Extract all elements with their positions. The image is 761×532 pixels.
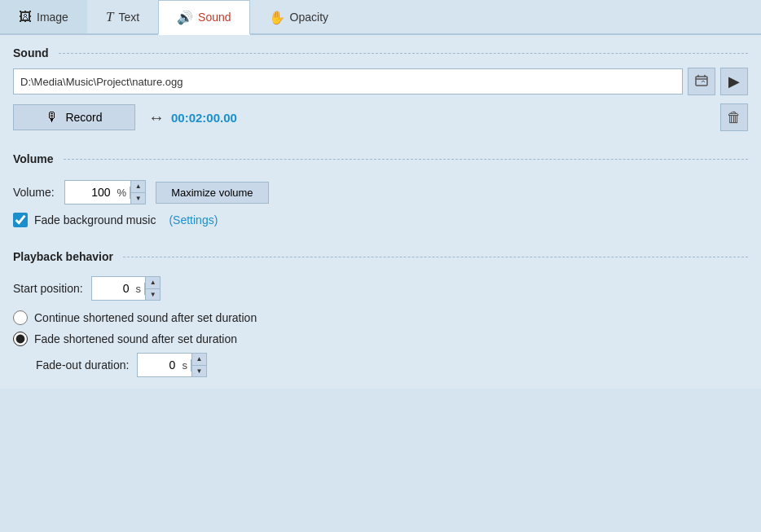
record-label: Record [65,111,102,124]
tab-text[interactable]: T Text [87,0,158,33]
continue-option-row: Continue shortened sound after set durat… [13,310,748,325]
delete-icon: 🗑 [727,109,741,126]
fade-out-unit: s [178,359,191,372]
continue-radio[interactable] [13,310,28,325]
fade-out-label: Fade-out duration: [36,358,129,372]
tab-image-label: Image [37,11,68,24]
volume-row: Volume: % ▲ ▼ Maximize volume [13,180,748,204]
record-row: 🎙 Record ↔ 00:02:00.00 🗑 [13,103,748,131]
settings-link[interactable]: (Settings) [169,213,218,226]
main-content: Sound ▶ 🎙 Record ↔ 00:02:00.00 🗑 [0,35,761,389]
tab-bar: 🖼 Image T Text 🔊 Sound ✋ Opacity [0,0,761,35]
fade-bg-row: Fade background music (Settings) [13,213,748,227]
opacity-icon: ✋ [269,10,285,25]
fade-option-row: Fade shortened sound after set duration [13,332,748,346]
volume-section: Volume Volume: % ▲ ▼ Maximize volume Fad… [13,152,748,227]
volume-label: Volume: [13,186,55,199]
tab-text-label: Text [118,11,139,24]
start-spin-buttons: ▲ ▼ [145,277,160,300]
maximize-volume-button[interactable]: Maximize volume [156,182,268,204]
fade-bg-checkbox[interactable] [13,213,28,227]
tab-image[interactable]: 🖼 Image [0,0,87,33]
image-icon: 🖼 [19,10,32,24]
volume-spinbox: % ▲ ▼ [64,180,147,204]
tab-sound[interactable]: 🔊 Sound [158,0,249,35]
text-icon: T [106,9,113,25]
fade-out-up-button[interactable]: ▲ [191,354,206,366]
sound-section-header: Sound [13,46,748,59]
fade-out-spin-buttons: ▲ ▼ [191,354,206,376]
fade-option-label: Fade shortened sound after set duration [34,332,237,345]
volume-input[interactable] [65,186,114,199]
fade-bg-label: Fade background music [34,213,156,226]
duration-display: 00:02:00.00 [171,111,237,125]
start-position-label: Start position: [13,282,83,295]
start-position-input[interactable] [92,282,133,295]
volume-unit: % [114,187,131,199]
volume-down-button[interactable]: ▼ [130,193,145,204]
delete-button[interactable]: 🗑 [720,103,748,131]
record-button[interactable]: 🎙 Record [13,104,135,130]
play-icon: ▶ [728,73,740,90]
svg-rect-0 [696,77,707,86]
fade-out-row: Fade-out duration: s ▲ ▼ [36,353,748,377]
browse-button[interactable] [688,68,715,95]
playback-section-header: Playback behavior [13,250,748,263]
start-position-spinbox: s ▲ ▼ [91,276,161,301]
start-position-unit: s [133,283,146,295]
play-button[interactable]: ▶ [720,68,748,95]
fade-out-input[interactable] [138,358,178,372]
volume-spin-buttons: ▲ ▼ [130,181,145,204]
start-position-row: Start position: s ▲ ▼ [13,276,748,301]
tab-sound-label: Sound [198,11,231,24]
fade-out-spinbox: s ▲ ▼ [137,353,207,377]
tab-opacity[interactable]: ✋ Opacity [250,0,347,33]
duration-area: ↔ 00:02:00.00 [148,108,237,127]
tab-opacity-label: Opacity [290,11,328,24]
playback-section: Playback behavior Start position: s ▲ ▼ … [13,250,748,377]
mic-icon: 🎙 [46,110,59,125]
browse-icon [694,74,709,89]
continue-option-label: Continue shortened sound after set durat… [34,311,257,324]
arrows-icon: ↔ [148,108,165,127]
sound-icon: 🔊 [177,10,193,25]
fade-radio[interactable] [13,332,28,346]
start-down-button[interactable]: ▼ [145,289,160,301]
start-up-button[interactable]: ▲ [145,277,160,289]
fade-out-down-button[interactable]: ▼ [191,366,206,377]
volume-section-header: Volume [13,152,748,165]
sound-file-input[interactable] [13,68,683,95]
volume-up-button[interactable]: ▲ [130,181,145,193]
sound-file-row: ▶ [13,68,748,95]
